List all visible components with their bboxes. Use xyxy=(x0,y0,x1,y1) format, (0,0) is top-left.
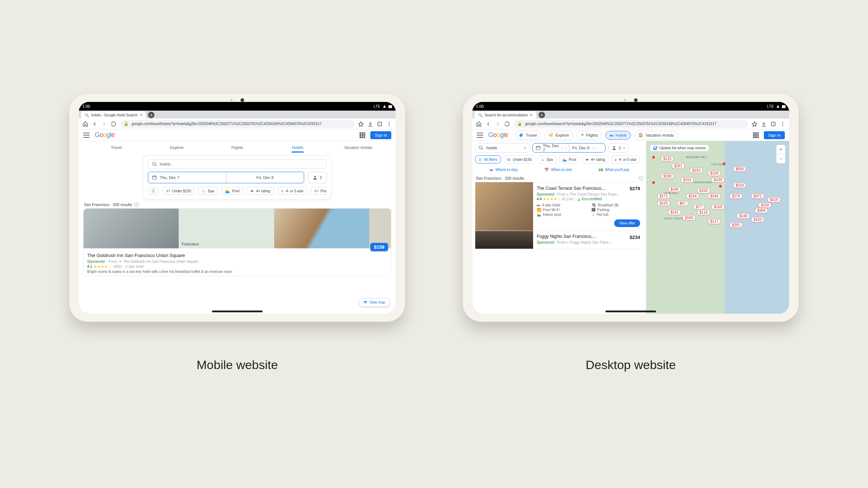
tab-explore[interactable]: Explore xyxy=(146,145,207,153)
map-price-pin[interactable]: $198 xyxy=(661,174,674,179)
map-price-pin[interactable]: $125 xyxy=(661,156,674,162)
zoom-in-button[interactable]: + xyxy=(776,145,785,154)
nav-handle[interactable] xyxy=(605,311,656,312)
reload-icon[interactable] xyxy=(504,121,510,127)
chip-hotels[interactable]: 🛏Hotels xyxy=(605,131,631,140)
filter-4plus[interactable]: ★4+ rating xyxy=(582,155,608,163)
hero-where[interactable]: 🛏Where to stay xyxy=(490,168,518,172)
filter-spa[interactable]: ♨Spa xyxy=(198,187,218,195)
map-price-pin[interactable]: $333 xyxy=(690,168,703,173)
view-map-button[interactable]: 🗺 View map xyxy=(359,298,390,307)
map-price-pin[interactable]: $169 xyxy=(682,215,695,221)
filter-pool[interactable]: 🏊Pool xyxy=(221,187,243,195)
map-price-pin[interactable]: $125 xyxy=(657,201,670,206)
close-icon[interactable]: × xyxy=(140,112,142,117)
map-price-pin[interactable]: $139 xyxy=(711,177,724,183)
tabs-overview-icon[interactable]: 1 xyxy=(377,121,383,127)
date-range-picker[interactable]: Thu, Dec 7 Fri, Dec 8 xyxy=(148,172,304,183)
address-bar[interactable]: 🔒 google.com/travel/hotels?q=hotels&g2lb… xyxy=(120,120,354,128)
map-price-pin[interactable]: $318 xyxy=(767,197,780,202)
filter-4or5star[interactable]: ⍟4- or 5-star xyxy=(611,155,640,163)
home-icon[interactable] xyxy=(476,121,482,127)
filters-button[interactable]: ☷ xyxy=(148,187,159,195)
reload-icon[interactable] xyxy=(111,121,116,127)
map-price-pin[interactable]: $278 xyxy=(729,193,743,199)
results-map[interactable]: Update list when map moves + − RUSSIAN H… xyxy=(646,141,789,314)
search-input[interactable]: hotels xyxy=(148,159,327,169)
next-icon[interactable]: › xyxy=(565,146,566,150)
google-logo[interactable]: Google xyxy=(488,131,508,139)
signin-button[interactable]: Sign in xyxy=(370,131,391,139)
star-icon[interactable] xyxy=(752,121,757,127)
map-price-pin[interactable]: $103 xyxy=(697,188,710,193)
map-price-pin[interactable]: $117 xyxy=(708,219,721,224)
back-icon[interactable] xyxy=(92,121,98,127)
filter-4plus[interactable]: ★4+ rating xyxy=(247,187,274,195)
map-price-pin[interactable]: $291 xyxy=(672,163,685,169)
chip-flights[interactable]: ✈Flights xyxy=(577,131,602,140)
checkin-field[interactable]: Thu, Dec 7 ‹ › xyxy=(533,144,569,152)
chip-travel[interactable]: 🧳Travel xyxy=(515,131,541,140)
checkin-field[interactable]: Thu, Dec 7 xyxy=(148,172,226,183)
download-icon[interactable] xyxy=(367,121,373,127)
zoom-out-button[interactable]: − xyxy=(776,154,785,163)
star-icon[interactable] xyxy=(358,121,364,127)
map-price-pin[interactable]: $169 xyxy=(711,204,724,210)
tab-flights[interactable]: Flights xyxy=(207,145,267,153)
forward-icon[interactable] xyxy=(101,121,107,127)
signin-button[interactable]: Sign in xyxy=(764,131,785,139)
search-input[interactable]: hotels × xyxy=(475,143,529,153)
map-price-pin[interactable]: $171 xyxy=(657,193,670,199)
map-price-pin[interactable]: $158 xyxy=(758,202,771,208)
chip-explore[interactable]: 🧭Explore xyxy=(544,131,573,140)
guests-selector[interactable]: 2 xyxy=(308,172,327,183)
map-price-pin[interactable]: $67 xyxy=(677,201,688,206)
map-price-pin[interactable]: $118 xyxy=(697,210,710,215)
overflow-menu-icon[interactable] xyxy=(780,121,786,127)
next-icon[interactable]: › xyxy=(595,146,596,150)
browser-tab[interactable]: 🔍 Search for accommodation × xyxy=(475,111,536,119)
guests-selector[interactable]: 2 ▾ xyxy=(608,143,628,153)
map-price-pin[interactable]: $141 xyxy=(668,210,681,215)
tab-vacation[interactable]: Vacation rentals xyxy=(328,145,388,153)
map-price-pin[interactable]: $244 xyxy=(708,193,721,199)
nav-handle[interactable] xyxy=(212,311,263,312)
map-dot[interactable] xyxy=(719,184,722,188)
info-icon[interactable]: i xyxy=(134,202,139,207)
map-price-pin[interactable]: $163 xyxy=(751,217,764,222)
checkbox-icon[interactable] xyxy=(653,146,657,150)
hotel-card[interactable]: $159 The Goldrush Inn San Francisco Unio… xyxy=(83,208,391,276)
filter-spa[interactable]: ♨Spa xyxy=(538,155,556,163)
forward-icon[interactable] xyxy=(495,121,501,127)
back-icon[interactable] xyxy=(485,121,491,127)
map-dot[interactable] xyxy=(722,162,726,166)
map-price-pin[interactable]: $158 xyxy=(708,171,721,176)
checkout-field[interactable]: Fri, Dec 8 xyxy=(226,172,304,183)
map-price-pin[interactable]: $291 xyxy=(729,222,743,228)
apps-grid-icon[interactable] xyxy=(753,132,759,138)
update-list-toggle[interactable]: Update list when map moves xyxy=(650,145,709,151)
map-dot[interactable] xyxy=(652,155,655,159)
download-icon[interactable] xyxy=(761,121,767,127)
filter-under150[interactable]: 🏷Under $150 xyxy=(162,187,195,195)
new-tab-button[interactable]: + xyxy=(148,112,154,118)
map-price-pin[interactable]: $234 xyxy=(686,193,699,199)
clear-icon[interactable]: × xyxy=(524,146,526,150)
map-price-pin[interactable]: $153 xyxy=(681,177,694,183)
prev-icon[interactable]: ‹ xyxy=(561,146,562,150)
map-price-pin[interactable]: $77 xyxy=(693,204,705,210)
map-price-pin[interactable]: $148 xyxy=(737,213,750,219)
map-dot[interactable] xyxy=(652,181,655,184)
close-icon[interactable]: × xyxy=(530,112,533,117)
home-icon[interactable] xyxy=(82,121,88,127)
tab-hotels[interactable]: Hotels xyxy=(268,145,328,153)
overflow-menu-icon[interactable] xyxy=(386,121,392,127)
map-price-pin[interactable]: $930 xyxy=(733,166,746,172)
filter-pool[interactable]: 🏊Pool xyxy=(559,155,579,163)
view-offer-button[interactable]: View offer xyxy=(614,219,640,227)
new-tab-button[interactable]: + xyxy=(539,112,545,118)
address-bar[interactable]: 🔒 google.com/travel/search?q=hotels&g2lb… xyxy=(514,120,748,128)
hero-when[interactable]: 📅When to visit xyxy=(544,168,571,172)
apps-grid-icon[interactable] xyxy=(359,132,365,138)
tab-travel[interactable]: Travel xyxy=(86,145,146,153)
